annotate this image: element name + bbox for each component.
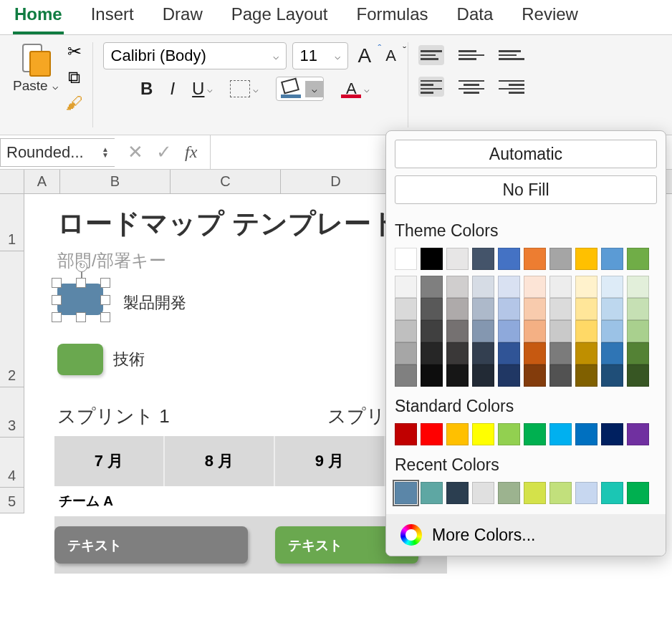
color-swatch[interactable] — [395, 364, 417, 387]
color-swatch[interactable] — [472, 320, 494, 342]
color-swatch[interactable] — [601, 298, 623, 320]
color-swatch[interactable] — [601, 276, 623, 298]
color-swatch[interactable] — [498, 482, 520, 504]
paste-label[interactable]: Paste — [13, 78, 48, 94]
color-swatch[interactable] — [524, 342, 546, 364]
color-swatch[interactable] — [395, 482, 417, 504]
border-button[interactable]: ⌵ — [230, 80, 259, 97]
tab-draw[interactable]: Draw — [161, 3, 204, 34]
color-swatch[interactable] — [575, 364, 597, 387]
color-swatch[interactable] — [524, 364, 546, 387]
tab-data[interactable]: Data — [456, 3, 495, 34]
color-swatch[interactable] — [472, 342, 494, 364]
color-swatch[interactable] — [472, 248, 494, 270]
color-swatch[interactable] — [627, 482, 649, 504]
color-swatch[interactable] — [524, 482, 546, 504]
color-swatch[interactable] — [472, 276, 494, 298]
col-header-d[interactable]: D — [281, 170, 391, 193]
color-swatch[interactable] — [446, 276, 469, 298]
color-swatch[interactable] — [575, 298, 597, 320]
color-swatch[interactable] — [601, 482, 623, 504]
underline-button[interactable]: U⌵ — [192, 79, 213, 99]
color-swatch[interactable] — [421, 248, 443, 270]
color-swatch[interactable] — [575, 320, 597, 342]
color-swatch[interactable] — [498, 248, 520, 270]
color-swatch[interactable] — [395, 342, 417, 364]
color-swatch[interactable] — [601, 423, 623, 445]
color-swatch[interactable] — [446, 298, 469, 320]
color-swatch[interactable] — [472, 298, 494, 320]
align-top-icon[interactable] — [418, 45, 444, 65]
color-swatch[interactable] — [524, 276, 546, 298]
color-swatch[interactable] — [549, 298, 572, 320]
color-swatch[interactable] — [395, 320, 417, 342]
color-swatch[interactable] — [472, 364, 494, 387]
align-bottom-icon[interactable] — [499, 45, 524, 65]
resize-handle[interactable] — [76, 278, 86, 288]
color-swatch[interactable] — [446, 342, 469, 364]
color-swatch[interactable] — [395, 423, 417, 445]
color-swatch[interactable] — [395, 276, 417, 298]
more-colors-button[interactable]: More Colors... — [386, 514, 666, 556]
color-swatch[interactable] — [498, 298, 520, 320]
color-swatch[interactable] — [549, 342, 572, 364]
color-swatch[interactable] — [524, 248, 546, 270]
fill-color-button[interactable]: ⌵ — [276, 77, 324, 101]
align-left-icon[interactable] — [418, 77, 444, 97]
automatic-button[interactable]: Automatic — [395, 140, 657, 168]
color-swatch[interactable] — [498, 423, 520, 445]
resize-handle[interactable] — [100, 312, 110, 322]
color-swatch[interactable] — [524, 320, 546, 342]
color-swatch[interactable] — [627, 364, 649, 387]
color-swatch[interactable] — [575, 248, 597, 270]
color-swatch[interactable] — [395, 248, 417, 270]
resize-handle[interactable] — [100, 278, 110, 288]
resize-handle[interactable] — [52, 312, 62, 322]
row-header-5[interactable]: 5 — [0, 488, 24, 513]
align-right-icon[interactable] — [499, 77, 524, 97]
color-swatch[interactable] — [498, 320, 520, 342]
tab-formulas[interactable]: Formulas — [355, 3, 430, 34]
color-swatch[interactable] — [549, 423, 572, 445]
color-swatch[interactable] — [575, 276, 597, 298]
col-header-b[interactable]: B — [60, 170, 171, 193]
format-painter-icon[interactable]: 🖌 — [64, 94, 85, 112]
color-swatch[interactable] — [549, 482, 572, 504]
color-swatch[interactable] — [446, 320, 469, 342]
selected-shape[interactable]: ↻ — [49, 276, 113, 322]
paste-dropdown[interactable]: ⌵ — [52, 80, 58, 92]
paste-icon[interactable] — [18, 42, 52, 77]
color-swatch[interactable] — [446, 423, 469, 445]
font-color-button[interactable]: A⌵ — [341, 79, 370, 98]
color-swatch[interactable] — [421, 298, 443, 320]
row-header-1[interactable]: 1 — [0, 194, 24, 251]
font-name-select[interactable]: Calibri (Body)⌵ — [103, 42, 287, 69]
color-swatch[interactable] — [421, 320, 443, 342]
align-center-icon[interactable] — [459, 77, 484, 97]
color-swatch[interactable] — [549, 364, 572, 387]
resize-handle[interactable] — [52, 278, 62, 288]
color-swatch[interactable] — [601, 364, 623, 387]
row-header-3[interactable]: 3 — [0, 387, 24, 438]
color-swatch[interactable] — [524, 423, 546, 445]
accept-formula-icon[interactable]: ✓ — [156, 141, 172, 163]
color-swatch[interactable] — [601, 248, 623, 270]
color-swatch[interactable] — [421, 342, 443, 364]
color-swatch[interactable] — [421, 364, 443, 387]
color-swatch[interactable] — [498, 276, 520, 298]
color-swatch[interactable] — [601, 342, 623, 364]
color-swatch[interactable] — [498, 364, 520, 387]
tab-review[interactable]: Review — [520, 3, 580, 34]
tab-pagelayout[interactable]: Page Layout — [230, 3, 330, 34]
color-swatch[interactable] — [627, 276, 649, 298]
decrease-font-icon[interactable]: Aˇ — [381, 47, 400, 65]
color-swatch[interactable] — [627, 248, 649, 270]
resize-handle[interactable] — [76, 312, 86, 322]
row-header-4[interactable]: 4 — [0, 438, 24, 488]
color-swatch[interactable] — [627, 342, 649, 364]
tab-home[interactable]: Home — [13, 3, 64, 34]
resize-handle[interactable] — [52, 295, 62, 305]
color-swatch[interactable] — [421, 423, 443, 445]
color-swatch[interactable] — [446, 482, 469, 504]
color-swatch[interactable] — [421, 276, 443, 298]
